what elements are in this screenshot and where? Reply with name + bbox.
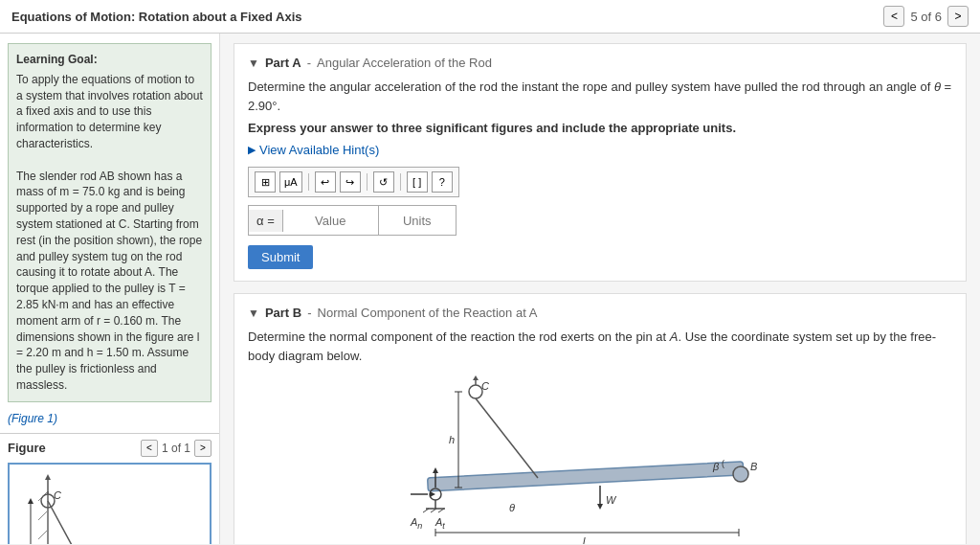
svg-marker-42 — [473, 375, 479, 380]
nav-next-button[interactable]: > — [947, 6, 969, 27]
toolbar-sep-3 — [400, 173, 401, 191]
svg-text:(: ( — [722, 459, 724, 468]
nav-prev-button[interactable]: < — [883, 6, 904, 27]
view-hints-link[interactable]: ▶ View Available Hint(s) — [248, 143, 952, 157]
units-display: Units — [379, 206, 456, 235]
svg-text:β: β — [712, 461, 720, 472]
answer-input-row: α = Units — [248, 205, 457, 236]
svg-line-19 — [48, 501, 110, 544]
part-b-section: ▼ Part B - Normal Component of the React… — [234, 293, 967, 544]
undo-button[interactable]: ↩ — [315, 171, 336, 193]
part-b-toggle[interactable]: ▼ — [248, 307, 259, 320]
svg-line-43 — [476, 398, 538, 478]
figure-section: Figure < 1 of 1 > — [0, 433, 219, 544]
left-panel: Learning Goal: To apply the equations of… — [0, 34, 220, 544]
svg-marker-38 — [433, 467, 438, 473]
svg-text:l: l — [583, 535, 586, 544]
svg-line-3 — [38, 530, 48, 539]
figure-nav-next[interactable]: > — [194, 440, 212, 457]
svg-marker-12 — [45, 474, 51, 480]
learning-goal-box: Learning Goal: To apply the equations of… — [8, 43, 212, 402]
svg-marker-36 — [430, 491, 435, 497]
toolbar-sep-1 — [308, 173, 309, 191]
svg-text:At: At — [434, 516, 445, 531]
part-a-toggle[interactable]: ▼ — [248, 57, 259, 70]
grid-button[interactable]: ⊞ — [255, 171, 276, 193]
figure-page-indicator: 1 of 1 — [162, 442, 190, 455]
figure-image: C A B — [8, 463, 212, 544]
svg-text:h: h — [449, 434, 455, 445]
part-b-separator: - — [307, 306, 311, 320]
figure-nav: < 1 of 1 > — [141, 440, 212, 457]
part-a-header: ▼ Part A - Angular Acceleration of the R… — [248, 56, 952, 70]
svg-marker-53 — [597, 504, 603, 510]
redo-button[interactable]: ↪ — [340, 171, 361, 193]
value-input[interactable] — [283, 206, 379, 235]
help-button[interactable]: ? — [432, 171, 453, 193]
svg-text:B: B — [750, 461, 757, 472]
alpha-label: α = — [249, 210, 283, 232]
svg-point-39 — [469, 385, 482, 398]
svg-text:θ: θ — [509, 502, 515, 513]
learning-goal-title: Learning Goal: — [16, 52, 203, 68]
figure-header-title: Figure — [8, 441, 46, 455]
part-a-title: Angular Acceleration of the Rod — [317, 56, 492, 70]
nav-controls: < 5 of 6 > — [883, 6, 969, 27]
part-b-title: Normal Component of the Reaction at A — [318, 306, 538, 320]
page-title: Equations of Motion: Rotation about a Fi… — [11, 10, 302, 24]
page-indicator: 5 of 6 — [910, 10, 942, 24]
part-a-separator: - — [307, 56, 311, 70]
mu-button[interactable]: μA — [279, 171, 302, 193]
part-b-header: ▼ Part B - Normal Component of the React… — [248, 306, 952, 320]
brackets-button[interactable]: [ ] — [407, 171, 428, 193]
part-b-description: Determine the normal component of the re… — [248, 328, 952, 365]
svg-text:An: An — [410, 516, 422, 531]
part-a-label: Part A — [265, 56, 301, 70]
svg-rect-26 — [428, 462, 744, 491]
answer-area: ⊞ μA ↩ ↪ ↺ [ ] ? α = Units — [248, 167, 952, 236]
hints-arrow-icon: ▶ — [248, 144, 256, 156]
part-a-section: ▼ Part A - Angular Acceleration of the R… — [234, 43, 967, 282]
learning-goal-text: To apply the equations of motion to a sy… — [16, 72, 203, 394]
submit-button[interactable]: Submit — [248, 245, 313, 269]
svg-text:C: C — [481, 380, 489, 392]
part-b-label: Part B — [265, 306, 301, 320]
figure-label[interactable]: (Figure 1) — [8, 412, 212, 425]
svg-line-2 — [38, 511, 48, 520]
answer-toolbar: ⊞ μA ↩ ↪ ↺ [ ] ? — [248, 167, 459, 197]
right-panel: ▼ Part A - Angular Acceleration of the R… — [220, 34, 980, 544]
part-a-description: Determine the angular acceleration of th… — [248, 78, 952, 115]
refresh-button[interactable]: ↺ — [373, 171, 394, 193]
part-a-instructions: Express your answer to three significant… — [248, 121, 952, 135]
svg-text:W: W — [606, 494, 617, 506]
figure-nav-prev[interactable]: < — [141, 440, 158, 457]
part-b-diagram: An At C — [248, 375, 952, 544]
svg-text:C: C — [54, 489, 61, 501]
svg-point-48 — [733, 466, 748, 482]
toolbar-sep-2 — [367, 173, 368, 191]
